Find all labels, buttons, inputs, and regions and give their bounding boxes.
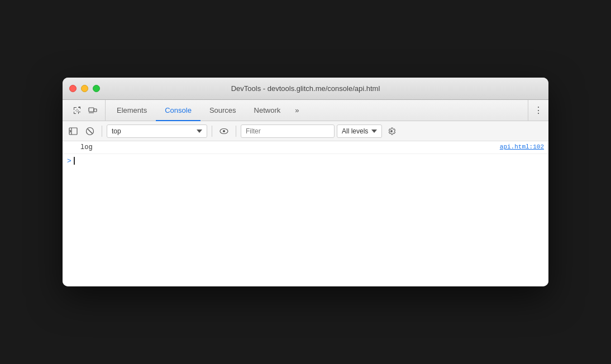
console-content: log api.html:102 > bbox=[63, 141, 548, 286]
titlebar: DevTools - devtools.glitch.me/console/ap… bbox=[63, 78, 548, 100]
tabbar-spacer bbox=[305, 100, 528, 121]
close-button[interactable] bbox=[69, 85, 77, 92]
svg-rect-3 bbox=[69, 128, 77, 135]
console-prompt-icon: > bbox=[67, 157, 71, 165]
filter-input[interactable] bbox=[241, 124, 335, 138]
levels-selector[interactable]: All levels bbox=[337, 124, 382, 138]
devtools-window: DevTools - devtools.glitch.me/console/ap… bbox=[63, 78, 548, 286]
tab-network[interactable]: Network bbox=[245, 100, 290, 121]
window-title: DevTools - devtools.glitch.me/console/ap… bbox=[231, 84, 380, 93]
tab-console[interactable]: Console bbox=[156, 100, 201, 121]
svg-line-8 bbox=[88, 129, 92, 133]
console-toolbar: top All levels bbox=[63, 121, 548, 141]
toolbar-separator-2 bbox=[212, 126, 212, 137]
minimize-button[interactable] bbox=[81, 85, 88, 92]
console-cursor bbox=[74, 157, 75, 165]
sidebar-toggle-button[interactable] bbox=[66, 124, 80, 138]
svg-rect-1 bbox=[94, 109, 97, 112]
more-tabs-button[interactable]: » bbox=[289, 100, 304, 121]
log-text: log bbox=[80, 143, 93, 151]
tab-elements[interactable]: Elements bbox=[108, 100, 156, 121]
inspect-element-button[interactable] bbox=[70, 104, 84, 117]
log-entry-row: log api.html:102 bbox=[63, 141, 548, 154]
console-input-row[interactable]: > bbox=[63, 154, 548, 167]
log-source-link[interactable]: api.html:102 bbox=[500, 143, 544, 150]
svg-rect-0 bbox=[89, 108, 94, 112]
tabbar: Elements Console Sources Network » ⋮ bbox=[63, 100, 548, 121]
tab-sources[interactable]: Sources bbox=[201, 100, 245, 121]
settings-button[interactable] bbox=[384, 124, 399, 138]
traffic-lights bbox=[69, 85, 100, 92]
devtools-menu-button[interactable]: ⋮ bbox=[528, 100, 548, 121]
clear-console-button[interactable] bbox=[83, 124, 97, 138]
eye-button[interactable] bbox=[217, 124, 231, 138]
maximize-button[interactable] bbox=[93, 85, 100, 92]
tabbar-left-icons bbox=[65, 100, 106, 121]
device-toolbar-button[interactable] bbox=[86, 104, 99, 117]
toolbar-separator-3 bbox=[236, 126, 236, 137]
context-selector[interactable]: top bbox=[107, 124, 207, 138]
svg-line-6 bbox=[70, 131, 71, 132]
svg-point-10 bbox=[223, 130, 225, 132]
toolbar-separator-1 bbox=[102, 126, 102, 137]
